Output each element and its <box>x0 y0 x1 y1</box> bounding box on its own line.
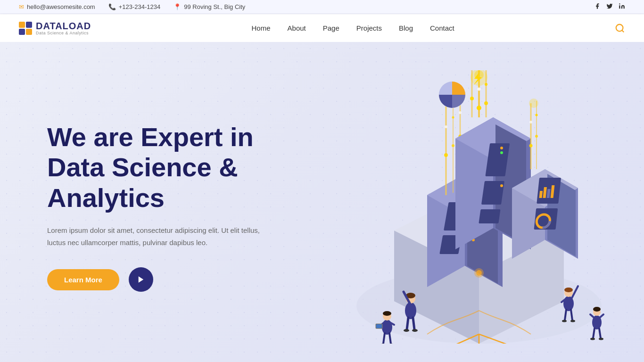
svg-line-131 <box>593 329 594 338</box>
svg-point-95 <box>529 121 532 123</box>
svg-point-73 <box>478 88 481 91</box>
svg-point-97 <box>529 99 538 108</box>
svg-point-136 <box>476 270 482 276</box>
isometric-svg <box>333 70 625 344</box>
svg-point-119 <box>564 288 573 292</box>
svg-line-130 <box>600 314 603 318</box>
facebook-link[interactable] <box>594 3 601 11</box>
main-nav: Home About Page Projects Blog Contact <box>252 24 454 32</box>
svg-point-50 <box>452 116 454 119</box>
hero-description: Lorem ipsum dolor sit amet, consectetur … <box>47 224 273 248</box>
topbar-social <box>594 3 625 11</box>
svg-line-103 <box>413 318 414 329</box>
svg-rect-63 <box>479 209 500 223</box>
hero-content: We are Expert in Data Science & Analytic… <box>47 122 311 292</box>
topbar-address: 📍 99 Roving St., Big City <box>173 3 245 10</box>
svg-point-94 <box>535 135 538 138</box>
hero-section: We are Expert in Data Science & Analytic… <box>0 42 644 362</box>
svg-point-1 <box>619 3 620 4</box>
nav-projects[interactable]: Projects <box>356 24 382 32</box>
address-text: 99 Roving St., Big City <box>184 3 245 10</box>
nav-home[interactable]: Home <box>252 24 271 32</box>
svg-line-3 <box>622 30 624 32</box>
svg-point-108 <box>383 311 391 316</box>
svg-point-134 <box>599 338 603 340</box>
svg-point-104 <box>404 329 409 332</box>
svg-point-72 <box>470 97 474 100</box>
logo-text: DATALOAD Data Science & Analytics <box>36 21 91 35</box>
svg-point-115 <box>380 344 385 344</box>
logo-icon <box>19 22 32 35</box>
logo-sq-2 <box>26 22 32 28</box>
svg-point-64 <box>500 147 503 149</box>
hero-title: We are Expert in Data Science & Analytic… <box>47 122 311 213</box>
svg-point-96 <box>536 114 538 116</box>
nav-contact[interactable]: Contact <box>430 24 454 32</box>
nav-about[interactable]: About <box>288 24 306 32</box>
svg-point-128 <box>593 307 601 312</box>
logo: DATALOAD Data Science & Analytics <box>19 21 91 35</box>
svg-point-116 <box>389 344 394 344</box>
svg-marker-4 <box>139 276 144 283</box>
svg-point-74 <box>485 83 487 86</box>
svg-line-114 <box>389 333 391 344</box>
logo-sq-1 <box>19 22 25 28</box>
svg-point-2 <box>616 24 623 31</box>
svg-point-71 <box>484 101 488 105</box>
play-button[interactable] <box>129 267 153 292</box>
phone-text: +123-234-1234 <box>119 3 161 10</box>
logo-sq-4 <box>26 29 32 35</box>
logo-sq-3 <box>19 29 25 35</box>
svg-point-124 <box>562 320 567 322</box>
logo-subtitle: Data Science & Analytics <box>36 31 91 35</box>
svg-point-125 <box>570 320 575 322</box>
email-text: hello@awesomesite.com <box>27 3 95 10</box>
phone-icon: 📞 <box>108 3 116 10</box>
svg-line-113 <box>383 333 385 344</box>
hero-illustration <box>333 70 625 344</box>
topbar-contacts: ✉ hello@awesomesite.com 📞 +123-234-1234 … <box>19 3 245 10</box>
logo-title: DATALOAD <box>36 21 91 32</box>
svg-point-47 <box>452 144 454 147</box>
linkedin-link[interactable] <box>619 3 625 11</box>
svg-point-49 <box>445 125 447 128</box>
location-icon: 📍 <box>173 3 181 10</box>
svg-rect-111 <box>376 324 382 328</box>
svg-point-51 <box>459 111 462 114</box>
svg-point-65 <box>500 151 503 154</box>
svg-point-66 <box>500 184 503 187</box>
svg-point-70 <box>477 106 481 110</box>
nav-page[interactable]: Page <box>323 24 339 32</box>
svg-point-93 <box>529 144 533 148</box>
learn-more-button[interactable]: Learn More <box>47 269 119 290</box>
svg-point-105 <box>412 329 418 332</box>
header: DATALOAD Data Science & Analytics Home A… <box>0 14 644 42</box>
svg-rect-0 <box>619 5 620 8</box>
topbar-email: ✉ hello@awesomesite.com <box>19 3 95 10</box>
svg-line-102 <box>407 318 408 329</box>
svg-point-133 <box>590 338 595 340</box>
search-button[interactable] <box>615 23 625 33</box>
svg-point-46 <box>444 153 448 157</box>
hero-buttons: Learn More <box>47 267 311 292</box>
svg-line-132 <box>599 329 601 338</box>
nav-blog[interactable]: Blog <box>399 24 413 32</box>
twitter-link[interactable] <box>606 3 613 11</box>
topbar-phone: 📞 +123-234-1234 <box>108 3 161 10</box>
topbar: ✉ hello@awesomesite.com 📞 +123-234-1234 … <box>0 0 644 14</box>
email-icon: ✉ <box>19 3 24 10</box>
